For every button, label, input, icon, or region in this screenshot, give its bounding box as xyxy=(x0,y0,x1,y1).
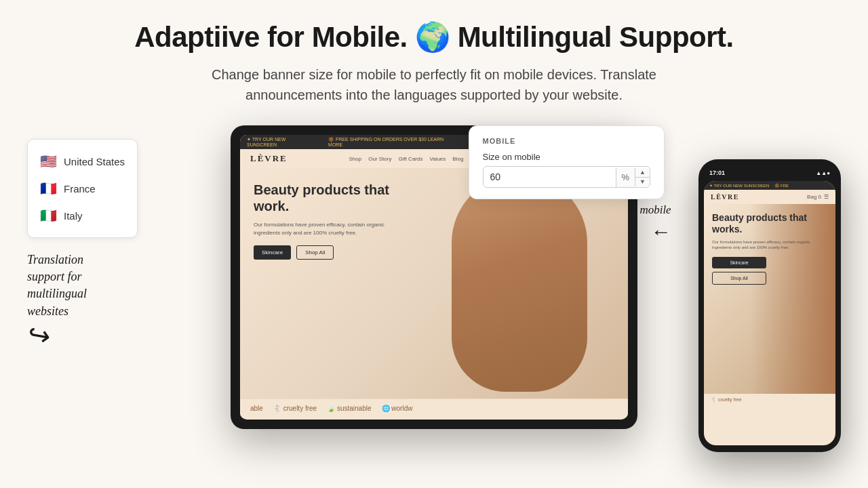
nav-story[interactable]: Our Story xyxy=(368,156,391,162)
stepper-down-button[interactable]: ▼ xyxy=(635,178,650,186)
content-area: 🇺🇸 United States 🇫🇷 France 🇮🇹 Italy Tran… xyxy=(27,125,841,429)
model-image xyxy=(452,175,587,392)
language-item-it: 🇮🇹 Italy xyxy=(40,202,125,229)
phone-announcement-1: ✦ TRY OUR NEW SUNSCREEN xyxy=(709,183,769,188)
footer-item-worldwide: 🌐 worldw xyxy=(382,405,413,412)
phone-logo: LÈVRE xyxy=(711,193,739,201)
phone-time: 17:01 xyxy=(709,169,725,176)
phone-status-bar: 17:01 ▲▲● xyxy=(704,166,835,180)
tablet-hero-title: Beauty products that work. xyxy=(254,182,403,214)
phone-hero-subtitle: Our formulations have proven efficacy, c… xyxy=(712,239,827,251)
language-item-us: 🇺🇸 United States xyxy=(40,148,125,175)
phone-skincare-button[interactable]: Skincare xyxy=(712,257,766,268)
phone-hero-title: Beauty products that works. xyxy=(712,212,827,235)
language-label-fr: France xyxy=(64,183,96,195)
language-label-us: United States xyxy=(64,156,125,167)
nav-blog[interactable]: Blog xyxy=(452,156,463,162)
main-container: Adaptiive for Mobile. 🌍 Multilingual Sup… xyxy=(0,0,868,488)
language-item-fr: 🇫🇷 France xyxy=(40,175,125,202)
phone-footer: 🐇 cruelty free xyxy=(704,394,835,406)
tablet-hero-subtitle: Our formulations have proven efficacy, c… xyxy=(254,221,403,237)
arrow-down-left-icon: ↪ xyxy=(25,317,140,367)
phone-shop-all-button[interactable]: Shop All xyxy=(712,272,766,285)
phone-mockup: 17:01 ▲▲● ✦ TRY OUR NEW SUNSCREEN 🔆 FRE … xyxy=(698,159,841,452)
announcement-item-2: 🔆 FREE SHIPPING ON ORDERS OVER $30 LEARN… xyxy=(328,137,455,147)
announcement-item-1: ✦ TRY OUR NEW SUNSCREEN xyxy=(247,137,315,147)
size-on-mobile-input[interactable] xyxy=(484,167,616,187)
phone-hero-content: Beauty products that works. Our formulat… xyxy=(712,212,827,285)
flag-fr: 🇫🇷 xyxy=(40,180,57,197)
language-card: 🇺🇸 United States 🇫🇷 France 🇮🇹 Italy xyxy=(27,139,138,238)
page-subheadline: Change banner size for mobile to perfect… xyxy=(176,64,692,105)
phone-announcement-bar: ✦ TRY OUR NEW SUNSCREEN 🔆 FRE xyxy=(704,181,835,190)
footer-item-sustainable: 🍃 sustainable xyxy=(327,405,371,412)
nav-values[interactable]: Values xyxy=(429,156,446,162)
page-headline: Adaptiive for Mobile. 🌍 Multilingual Sup… xyxy=(134,20,733,54)
left-panel: 🇺🇸 United States 🇫🇷 France 🇮🇹 Italy Tran… xyxy=(27,139,138,358)
translation-note: Translation support for multilingual web… xyxy=(27,251,122,320)
footer-item-able: able xyxy=(250,405,263,412)
settings-card-label: MOBILE xyxy=(483,137,650,145)
footer-item-cruelty: 🐇 cruelty free xyxy=(273,405,317,412)
stepper-up-button[interactable]: ▲ xyxy=(635,168,650,178)
phone-hero: Beauty products that works. Our formulat… xyxy=(704,204,835,394)
mobile-settings-card: MOBILE Size on mobile % ▲ ▼ xyxy=(469,125,665,199)
tablet-logo: LÈVRE xyxy=(250,153,288,164)
nav-gifts[interactable]: Gift Cards xyxy=(398,156,422,162)
settings-field-label: Size on mobile xyxy=(483,152,650,162)
tablet-footer-bar: able 🐇 cruelty free 🍃 sustainable 🌐 worl… xyxy=(240,399,628,418)
phone-menu-icon[interactable]: ☰ xyxy=(824,194,829,200)
phone-footer-cruelty-free: 🐇 cruelty free xyxy=(711,397,742,403)
phone-header: LÈVRE Bag 0 ☰ xyxy=(704,190,835,204)
settings-input-row: % ▲ ▼ xyxy=(483,166,650,188)
phone-screen: ✦ TRY OUR NEW SUNSCREEN 🔆 FRE LÈVRE Bag … xyxy=(704,181,835,445)
nav-shop[interactable]: Shop xyxy=(349,156,362,162)
phone-signal-icons: ▲▲● xyxy=(816,170,830,176)
language-label-it: Italy xyxy=(64,210,83,222)
percent-label: % xyxy=(616,167,635,187)
tablet-hero-buttons: Skincare Shop All xyxy=(254,245,403,260)
flag-it: 🇮🇹 xyxy=(40,207,57,224)
tablet-skincare-button[interactable]: Skincare xyxy=(254,245,291,260)
flag-us: 🇺🇸 xyxy=(40,153,57,169)
phone-header-icons: Bag 0 ☰ xyxy=(807,194,829,200)
tablet-shop-all-button[interactable]: Shop All xyxy=(296,245,334,260)
size-stepper: ▲ ▼ xyxy=(635,168,650,186)
phone-bag-text: Bag 0 xyxy=(807,194,821,200)
phone-announcement-2: 🔆 FRE xyxy=(774,183,789,188)
tablet-hero: Beauty products that work. Our formulati… xyxy=(240,168,628,399)
tablet-hero-content: Beauty products that work. Our formulati… xyxy=(254,182,403,260)
